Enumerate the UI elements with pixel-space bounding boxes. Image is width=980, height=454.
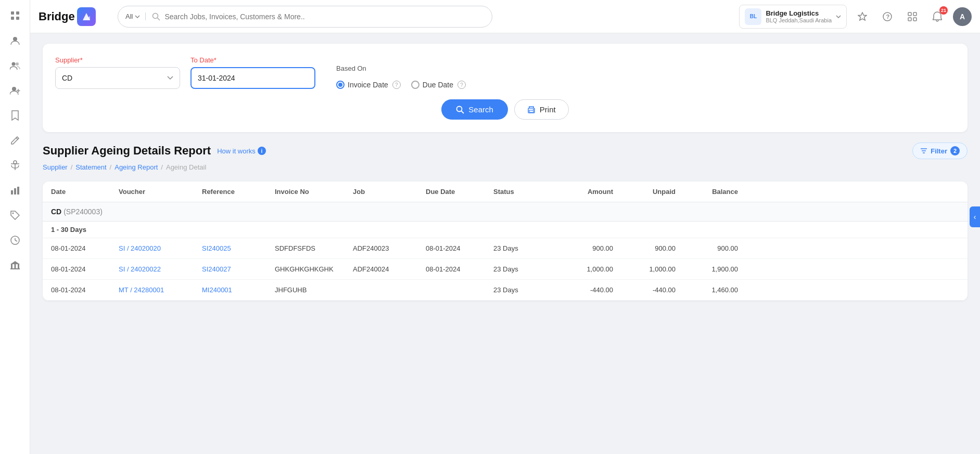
sidebar-item-grid[interactable] <box>5 5 26 26</box>
due-date-help-icon[interactable]: ? <box>457 81 466 89</box>
sidebar-item-chart[interactable] <box>5 180 26 201</box>
cell-status-2: 23 Days <box>493 286 551 294</box>
search-type-label: All <box>125 12 133 20</box>
search-button-label: Search <box>468 105 493 114</box>
sidebar-item-person-add[interactable] <box>5 80 26 101</box>
cell-invoice-1: GHKGHKGHKGHK <box>275 265 353 273</box>
svg-line-36 <box>462 111 464 113</box>
svg-rect-31 <box>908 12 911 16</box>
cell-invoice-2: JHFGUHB <box>275 286 353 294</box>
cell-voucher-2[interactable]: MT / 24280001 <box>119 286 164 294</box>
grid-button[interactable] <box>903 7 922 26</box>
svg-point-4 <box>13 37 17 41</box>
print-button[interactable]: Print <box>514 99 569 120</box>
supplier-required: * <box>80 56 83 64</box>
svg-rect-15 <box>17 187 19 194</box>
cell-status-1: 23 Days <box>493 265 551 273</box>
cell-reference-0[interactable]: SI240025 <box>202 244 231 252</box>
action-row: Search Print <box>55 99 955 120</box>
nav-actions: BL Bridge Logistics BLQ Jeddah,Saudi Ara… <box>739 5 972 29</box>
svg-rect-1 <box>16 11 19 15</box>
breadcrumb-statement[interactable]: Statement <box>75 163 106 171</box>
filter-button[interactable]: Filter 2 <box>912 142 968 159</box>
invoice-date-radio-circle <box>336 81 345 89</box>
notification-button[interactable]: 21 <box>928 7 947 26</box>
filter-count-badge: 2 <box>950 146 960 155</box>
breadcrumb-ageing-detail: Ageing Detail <box>166 163 206 171</box>
search-btn-icon <box>456 106 464 114</box>
sidebar-item-clock[interactable] <box>5 230 26 251</box>
invoice-date-radio[interactable]: Invoice Date ? <box>336 81 401 89</box>
how-it-works-link[interactable]: How it works <box>217 147 256 155</box>
breadcrumb-ageing-report[interactable]: Ageing Report <box>114 163 158 171</box>
supplier-select[interactable]: CD <box>55 67 180 89</box>
group-name: CD <box>51 207 63 216</box>
breadcrumb-sep-2: / <box>110 163 112 171</box>
svg-rect-21 <box>14 264 16 268</box>
main-area: Bridge All BL Bridge <box>30 0 980 454</box>
table-row: 08-01-2024 MT / 24280001 MI240001 JHFGUH… <box>43 280 968 301</box>
print-button-label: Print <box>540 105 556 114</box>
company-name: Bridge Logistics <box>766 9 832 17</box>
collapse-sidebar-button[interactable]: ‹ <box>970 206 980 227</box>
search-input[interactable] <box>164 12 485 21</box>
svg-line-28 <box>158 18 160 20</box>
sidebar-item-bookmark[interactable] <box>5 105 26 126</box>
svg-point-5 <box>11 62 15 66</box>
sidebar-item-edit[interactable] <box>5 130 26 151</box>
cell-job-1: ADF240024 <box>353 265 426 273</box>
invoice-date-help-icon[interactable]: ? <box>392 81 401 89</box>
based-on-label: Based On <box>336 64 466 72</box>
based-on-group: Based On Invoice Date ? Due Date ? <box>336 64 466 89</box>
svg-point-39 <box>533 109 534 110</box>
search-type-dropdown[interactable]: All <box>125 12 146 20</box>
col-voucher: Voucher <box>119 188 202 196</box>
breadcrumb-sep-1: / <box>71 163 73 171</box>
company-selector[interactable]: BL Bridge Logistics BLQ Jeddah,Saudi Ara… <box>739 5 847 29</box>
col-amount: Amount <box>551 188 613 196</box>
sidebar-item-person[interactable] <box>5 30 26 51</box>
to-date-input[interactable] <box>190 67 315 89</box>
due-date-radio[interactable]: Due Date ? <box>411 81 466 89</box>
info-icon[interactable]: i <box>258 147 266 155</box>
report-section: Supplier Ageing Details Report How it wo… <box>43 142 968 301</box>
sidebar-item-bank[interactable] <box>5 255 26 276</box>
logo-icon <box>77 7 96 26</box>
svg-point-10 <box>14 161 17 164</box>
sidebar-item-anchor[interactable] <box>5 155 26 176</box>
invoice-date-label: Invoice Date <box>348 81 388 89</box>
supplier-filter-group: Supplier* CD <box>55 56 180 89</box>
cell-balance-0: 900.00 <box>676 244 738 252</box>
svg-rect-38 <box>529 110 533 112</box>
sub-group-row: 1 - 30 Days <box>43 222 968 238</box>
cell-date-0: 08-01-2024 <box>51 244 119 252</box>
cell-amount-0: 900.00 <box>551 244 613 252</box>
cell-date-1: 08-01-2024 <box>51 265 119 273</box>
cell-reference-1[interactable]: SI240027 <box>202 265 231 273</box>
global-search-bar[interactable]: All <box>118 6 492 28</box>
sidebar-item-people[interactable] <box>5 55 26 76</box>
cell-amount-1: 1,000.00 <box>551 265 613 273</box>
svg-rect-23 <box>10 268 20 269</box>
help-button[interactable]: ? <box>878 7 897 26</box>
cell-voucher-0[interactable]: SI / 24020020 <box>119 244 161 252</box>
avatar[interactable]: A <box>953 7 972 26</box>
svg-text:?: ? <box>886 14 890 20</box>
cell-voucher-1[interactable]: SI / 24020022 <box>119 265 161 273</box>
star-button[interactable] <box>853 7 872 26</box>
svg-rect-20 <box>11 264 12 268</box>
col-due-date: Due Date <box>426 188 493 196</box>
breadcrumb-supplier[interactable]: Supplier <box>43 163 68 171</box>
sidebar <box>0 0 30 454</box>
sub-group-label: 1 - 30 Days <box>51 226 86 234</box>
group-id: (SP240003) <box>63 207 103 216</box>
filter-card: Supplier* CD To Date* Based On <box>43 44 968 132</box>
chevron-down-icon <box>836 15 841 18</box>
sidebar-item-tag[interactable] <box>5 205 26 226</box>
cell-date-2: 08-01-2024 <box>51 286 119 294</box>
svg-rect-33 <box>908 18 911 21</box>
search-button[interactable]: Search <box>441 99 508 120</box>
cell-due-date-0: 08-01-2024 <box>426 244 493 252</box>
logo-text: Bridge <box>39 10 75 23</box>
cell-reference-2[interactable]: MI240001 <box>202 286 232 294</box>
